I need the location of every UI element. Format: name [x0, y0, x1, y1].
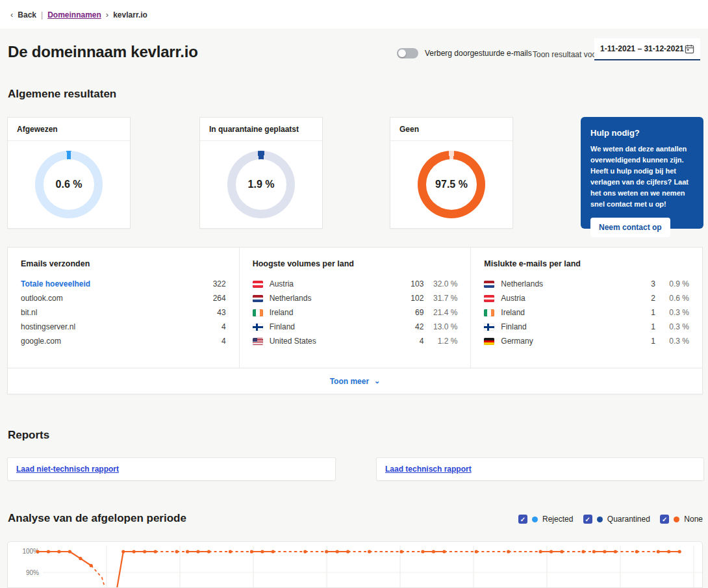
country-flag-icon: [253, 324, 263, 331]
country-name: Austria: [270, 279, 398, 288]
show-more-button[interactable]: Toon meer ⌄: [8, 368, 702, 394]
row-count: 3: [629, 279, 655, 288]
section-heading-analysis: Analyse van de afgelopen periode: [8, 512, 186, 525]
load-technical-report-link[interactable]: Laad technisch rapport: [385, 465, 472, 474]
data-point-marker: [442, 550, 446, 553]
none-series-dashed-line: [91, 552, 658, 588]
breadcrumb-domains-link[interactable]: Domeinnamen: [47, 10, 101, 19]
country-name: Finland: [501, 322, 629, 331]
row-count: 4: [398, 337, 424, 346]
none-series-markers: [36, 550, 681, 567]
country-name: Netherlands: [501, 279, 629, 288]
country-flag-icon: [253, 338, 263, 345]
data-point-marker: [667, 550, 670, 553]
section-heading-general-results: Algemene resultaten: [8, 88, 116, 101]
data-point-marker: [346, 550, 349, 553]
row-percent: 0.6 %: [655, 294, 689, 303]
donut-value: 1.9 %: [248, 179, 275, 190]
data-point-marker: [581, 550, 585, 553]
row-count: 264: [200, 294, 226, 303]
table-row: Finland 42 13.0 %: [253, 320, 458, 334]
donut-chart-none: 97.5 %: [418, 151, 485, 218]
data-point-marker: [133, 550, 136, 553]
toggle-thumb: [398, 49, 406, 57]
row-count: 2: [629, 294, 655, 303]
row-percent: 0.9 %: [655, 279, 689, 288]
row-percent: 1.2 %: [424, 337, 457, 346]
stats-tables-card: Emails verzonden Totale hoeveelheid 322 …: [7, 247, 703, 394]
data-point-marker: [368, 550, 371, 553]
data-point-marker: [47, 550, 50, 553]
data-point-marker: [550, 550, 553, 553]
data-point-marker: [657, 550, 660, 553]
legend-series-dot-icon: [597, 517, 603, 522]
row-count: 42: [398, 322, 424, 331]
donut-card-title: In quarantaine geplaatst: [200, 118, 322, 141]
country-flag-icon: [484, 338, 494, 345]
row-count: 1: [629, 322, 655, 331]
donut-value: 97.5 %: [435, 179, 468, 190]
data-point-marker: [57, 550, 60, 553]
toggle-track[interactable]: [397, 48, 418, 58]
country-name: Ireland: [270, 308, 398, 317]
data-point-marker: [154, 550, 157, 553]
report-card-nontechnical: Laad niet-technisch rapport: [7, 457, 336, 481]
data-point-marker: [250, 550, 253, 553]
row-count: 69: [398, 308, 424, 317]
table-row: Ireland 69 21.4 %: [253, 305, 458, 320]
donut-card-rejected: Afgewezen 0.6 %: [7, 117, 131, 229]
table-row: United States 4 1.2 %: [253, 334, 458, 348]
date-range-input[interactable]: 1-11-2021 – 31-12-2021: [594, 38, 700, 60]
row-count: 43: [200, 308, 226, 317]
row-percent: 32.0 %: [424, 279, 457, 288]
calendar-icon[interactable]: [685, 44, 694, 54]
table-row: Finland 1 0.3 %: [484, 320, 689, 334]
data-point-marker: [121, 550, 125, 553]
breadcrumb: ‹ Back | Domeinnamen › kevlarr.io: [10, 10, 147, 19]
country-name: Ireland: [501, 308, 629, 317]
row-count: 4: [200, 337, 226, 346]
table-row: outlook.com 264: [21, 291, 226, 305]
data-point-marker: [207, 550, 210, 553]
row-label: bit.nl: [21, 308, 200, 317]
none-series-solid-line: [38, 552, 679, 588]
load-nontechnical-report-link[interactable]: Laad niet-technisch rapport: [16, 465, 119, 474]
donut-chart-quarantined: 1.9 %: [227, 151, 295, 218]
failures-heading: Mislukte e-mails per land: [484, 259, 689, 268]
chevron-down-icon: ⌄: [374, 377, 380, 385]
report-card-technical: Laad technisch rapport: [376, 457, 704, 481]
legend-checkbox[interactable]: ✓: [660, 515, 669, 524]
country-flag-icon: [484, 295, 494, 302]
data-point-marker: [560, 550, 563, 553]
data-point-marker: [678, 550, 681, 553]
legend-label: None: [684, 515, 703, 524]
donut-card-title: Afgewezen: [8, 118, 130, 141]
date-filter-label: Toon resultaat voor: [533, 50, 599, 59]
legend-item: ✓ Quarantined: [583, 515, 650, 524]
data-point-marker: [143, 550, 146, 553]
row-count: 1: [629, 337, 655, 346]
breadcrumb-chevron-icon: ›: [106, 10, 108, 19]
table-row: Netherlands 102 31.7 %: [253, 291, 458, 305]
section-heading-reports: Reports: [8, 429, 49, 442]
back-link[interactable]: Back: [18, 10, 36, 19]
total-amount-link[interactable]: Totale hoeveelheid: [21, 279, 200, 288]
top-bar: ‹ Back | Domeinnamen › kevlarr.io: [0, 0, 708, 29]
legend-series-dot-icon: [532, 517, 538, 522]
legend-checkbox[interactable]: ✓: [518, 515, 527, 524]
legend-series-dot-icon: [674, 517, 679, 522]
table-row: hostingserver.nl 4: [21, 320, 226, 334]
data-point-marker: [303, 550, 307, 553]
contact-button[interactable]: Neem contact op: [590, 218, 670, 237]
volumes-heading: Hoogste volumes per land: [253, 259, 458, 268]
data-point-marker: [68, 550, 71, 553]
row-percent: 0.3 %: [655, 337, 689, 346]
table-row: Ireland 1 0.3 %: [484, 305, 689, 320]
legend-checkbox[interactable]: ✓: [583, 515, 592, 524]
row-label: hostingserver.nl: [21, 322, 200, 331]
data-point-marker: [79, 557, 82, 560]
hide-forwarded-toggle[interactable]: Verberg doorgestuurde e-mails: [397, 48, 532, 58]
data-point-marker: [325, 550, 328, 553]
breadcrumb-separator: |: [41, 10, 43, 19]
line-chart: 100% 90%: [8, 542, 702, 588]
